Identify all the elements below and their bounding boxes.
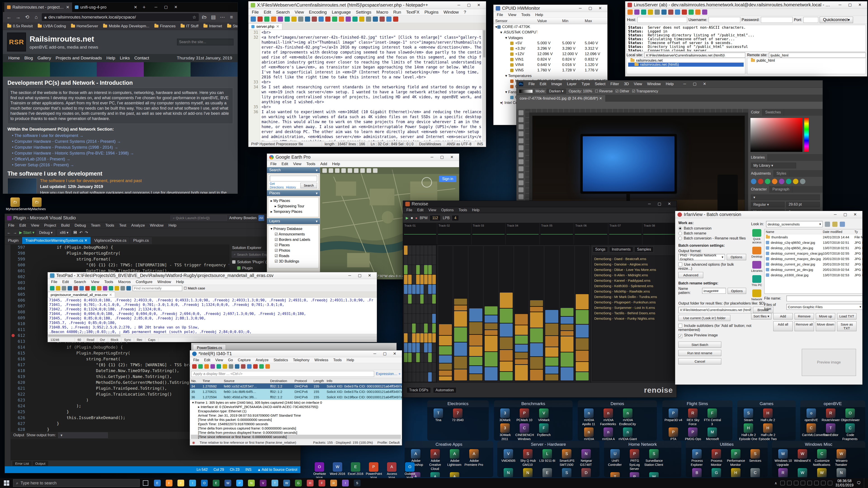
matrix-cell[interactable]: [412, 324, 416, 333]
matrix-cell[interactable]: [412, 285, 416, 294]
mixer-strip[interactable]: [560, 246, 574, 381]
desktop-icon[interactable]: 🗀MyMachines: [27, 197, 46, 211]
matrix-cell[interactable]: [404, 246, 408, 255]
adjustment-icons[interactable]: [748, 177, 823, 186]
up-one-level-icon[interactable]: [825, 222, 830, 227]
toolbar-icon[interactable]: [229, 364, 233, 369]
menu-item[interactable]: File: [249, 10, 261, 15]
toolbar-icon[interactable]: [91, 286, 96, 291]
toolbar-icon[interactable]: [56, 286, 60, 291]
sensor-row[interactable]: ▾ CORE-I7-4770K: [493, 24, 608, 30]
sensor-row[interactable]: ▾ Voltages: [493, 35, 608, 40]
matrix-cell[interactable]: [412, 304, 416, 313]
adjustment-icon[interactable]: [772, 179, 777, 184]
detail-line[interactable]: [Time shift for this packet: 0.000000000…: [191, 418, 401, 422]
menu-item[interactable]: Help: [344, 358, 357, 362]
fence-group[interactable]: Server - Hardware V VMD6505 S Shy Q Hub …: [497, 441, 599, 477]
site-search-input[interactable]: Search the site...: [177, 39, 234, 45]
file-item[interactable]: DemoSong - Danoise - Airglow.xrns: [594, 262, 673, 267]
search-link[interactable]: History: [286, 186, 296, 189]
toolbar-icon[interactable]: [285, 17, 290, 22]
desktop-icon[interactable]: A Adobe Creative Cloud: [426, 449, 445, 471]
matrix-cell[interactable]: [408, 363, 412, 372]
adjustment-icon[interactable]: [779, 179, 784, 184]
matrix-cell[interactable]: [416, 255, 420, 265]
matrix-cell[interactable]: [408, 372, 412, 382]
toolbar-icon[interactable]: [379, 17, 385, 22]
taskbar-search[interactable]: ⌕ Type here to search: [13, 479, 140, 487]
reverse-checkbox[interactable]: ☐ Reverse: [595, 89, 613, 93]
matrix-cell[interactable]: [428, 324, 432, 333]
dither-checkbox[interactable]: ☑ Dither: [615, 89, 629, 93]
toolbar-icon[interactable]: [121, 286, 125, 291]
matrix-cell[interactable]: [420, 333, 424, 343]
desktop-icon[interactable]: S Synology RS815+: [557, 468, 577, 477]
detail-line[interactable]: Encapsulation type: Ethernet (1): [191, 409, 401, 413]
adjustment-icon[interactable]: [758, 179, 763, 184]
taskbar-app-file-explorer[interactable]: F: [175, 478, 187, 488]
packet-list-header[interactable]: No.TimeSourceDestinationProtocolLengthIn…: [190, 378, 402, 383]
avatar[interactable]: AB: [258, 215, 264, 221]
matrix-cell[interactable]: [408, 275, 412, 284]
desktop-icon[interactable]: PPowerPoint 2016: [365, 462, 382, 480]
close-button[interactable]: ✕: [365, 272, 375, 279]
menu-item[interactable]: Edit: [261, 10, 274, 15]
desktop-icon[interactable]: A Adobe Lightroom: [445, 449, 464, 467]
paragraph-panel-tab[interactable]: Paragraph: [770, 186, 792, 193]
rename-options-button[interactable]: Options: [727, 288, 746, 294]
matrix-cell[interactable]: [424, 372, 428, 382]
places-item[interactable]: Quick access: [751, 229, 763, 244]
minimize-button[interactable]: ─: [454, 2, 464, 8]
desktop-icon[interactable]: F FTX Central 3: [703, 409, 722, 426]
tool-icon[interactable]: [519, 117, 524, 122]
toolbar-icon[interactable]: [682, 9, 687, 15]
fence-group[interactable]: Electronics T Tina 7 72-3540: [427, 400, 489, 441]
radio-batch-rename[interactable]: Batch rename: [678, 231, 746, 235]
matrix-cell[interactable]: [428, 294, 432, 304]
toolbar-icon[interactable]: [126, 286, 131, 291]
file-item[interactable]: DemoSong - Sunjammer - Lost In It.xrns: [594, 305, 673, 311]
adjustment-icon[interactable]: [786, 179, 792, 184]
toolbar-icon[interactable]: [251, 17, 256, 22]
toolbar-icon[interactable]: [325, 17, 331, 22]
desktop-icon[interactable]: N Netgear GS716T: [518, 468, 537, 477]
start-batch-button[interactable]: Start Batch: [678, 341, 721, 348]
toolbar-icon[interactable]: [318, 17, 324, 22]
toolbar-icon[interactable]: [62, 286, 66, 291]
matrix-cell[interactable]: [420, 275, 424, 284]
site-nav-item[interactable]: Home: [6, 56, 22, 61]
file-item[interactable]: DemoSong - Keith303 - Splintered.xrns: [594, 283, 673, 289]
matrix-cell[interactable]: [424, 265, 428, 274]
menu-item[interactable]: Tools: [102, 280, 116, 284]
matrix-cell[interactable]: [408, 353, 412, 362]
site-link[interactable]: • OfficeVLab (2018 - Present) →: [7, 156, 233, 162]
adjustment-icon[interactable]: [800, 179, 805, 184]
matrix-cell[interactable]: [408, 246, 412, 255]
toolbar-icon[interactable]: [259, 364, 264, 369]
menu-item[interactable]: Edit: [17, 223, 28, 228]
places-sidebar[interactable]: Quick access Desktop Libraries This PC N…: [751, 229, 763, 311]
desktop-icon[interactable]: S SmartUPS SMT1500: [557, 449, 577, 467]
matrix-cell[interactable]: [408, 304, 412, 313]
menu-item[interactable]: Tools: [103, 223, 117, 228]
menu-item[interactable]: Telephony: [290, 358, 312, 362]
file-item[interactable]: DemoSong - Daed - Beatcraft.xrns: [594, 256, 673, 262]
menu-item[interactable]: Wireless: [312, 358, 331, 362]
matrix-cell[interactable]: [420, 363, 424, 372]
matrix-cell[interactable]: [432, 363, 436, 372]
matrix-cell[interactable]: [404, 294, 408, 304]
matrix-cell[interactable]: [404, 372, 408, 382]
matrix-cell[interactable]: [424, 294, 428, 304]
file-item[interactable]: DemoSong - It-Alien - Midnight.xrns: [594, 272, 673, 278]
tool-icon[interactable]: [519, 173, 524, 178]
packet-row[interactable]: 351.270621fe80::14c:8bf6:64f5…ff02::1:2D…: [190, 389, 402, 394]
desktop-icon[interactable]: H HWMonitor: [726, 468, 745, 477]
matrix-cell[interactable]: [408, 265, 412, 274]
matrix-cell[interactable]: [416, 372, 420, 382]
desktop-icon[interactable]: O ObjectViewer: [840, 409, 860, 422]
library-select[interactable]: My Library ▾: [751, 163, 796, 168]
bookmark-item[interactable]: Mobile App Developm...: [101, 24, 151, 29]
site-nav-item[interactable]: Contact: [132, 56, 151, 61]
matrix-cell[interactable]: [432, 294, 436, 304]
matrix-cell[interactable]: [416, 275, 420, 284]
